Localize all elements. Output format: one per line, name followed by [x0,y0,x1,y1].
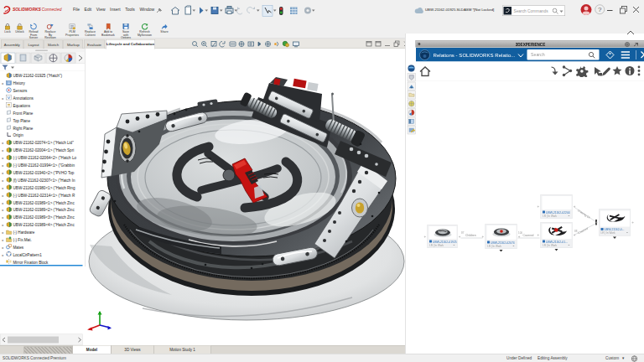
svg-text:87: 87 [461,231,465,235]
svg-text:88: 88 [574,230,578,233]
svg-text:Covered: Covered [578,227,589,235]
svg-text:Children: Children [465,234,476,237]
svg-text:Drawing Of: Drawing Of [577,209,590,220]
svg-text:Covered: Covered [523,234,534,237]
